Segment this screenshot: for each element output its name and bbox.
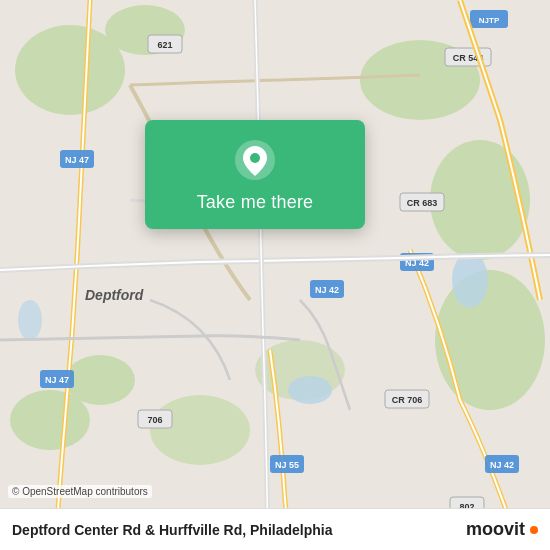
svg-point-2 [430, 140, 530, 260]
svg-point-7 [150, 395, 250, 465]
svg-text:NJTP: NJTP [479, 16, 500, 25]
svg-text:621: 621 [157, 40, 172, 50]
bottom-left: Deptford Center Rd & Hurffville Rd, Phil… [12, 522, 332, 538]
svg-text:706: 706 [147, 415, 162, 425]
svg-text:NJ 47: NJ 47 [45, 375, 69, 385]
moovit-logo: moovit [466, 519, 538, 540]
svg-text:NJ 47: NJ 47 [65, 155, 89, 165]
svg-point-10 [288, 376, 332, 404]
svg-point-11 [452, 252, 488, 308]
location-pin-icon [233, 138, 277, 182]
svg-point-5 [65, 355, 135, 405]
moovit-text: moovit [466, 519, 525, 540]
svg-point-3 [435, 270, 545, 410]
moovit-dot [530, 526, 538, 534]
location-title: Deptford Center Rd & Hurffville Rd, Phil… [12, 522, 332, 538]
svg-text:CR 683: CR 683 [407, 198, 438, 208]
svg-text:NJ 55: NJ 55 [275, 460, 299, 470]
svg-text:CR 706: CR 706 [392, 395, 423, 405]
map-background: NJ 47 NJ 47 CR 544 NJTP NJ 42 NJ 42 CR 6… [0, 0, 550, 550]
osm-attribution: © OpenStreetMap contributors [8, 485, 152, 498]
svg-point-41 [250, 153, 260, 163]
take-me-there-button[interactable]: Take me there [197, 192, 314, 213]
location-card: Take me there [145, 120, 365, 229]
svg-text:NJ 42: NJ 42 [490, 460, 514, 470]
bottom-bar: Deptford Center Rd & Hurffville Rd, Phil… [0, 508, 550, 550]
svg-text:NJ 42: NJ 42 [315, 285, 339, 295]
svg-point-12 [18, 300, 42, 340]
svg-text:Deptford: Deptford [85, 287, 144, 303]
map-container: NJ 47 NJ 47 CR 544 NJTP NJ 42 NJ 42 CR 6… [0, 0, 550, 550]
